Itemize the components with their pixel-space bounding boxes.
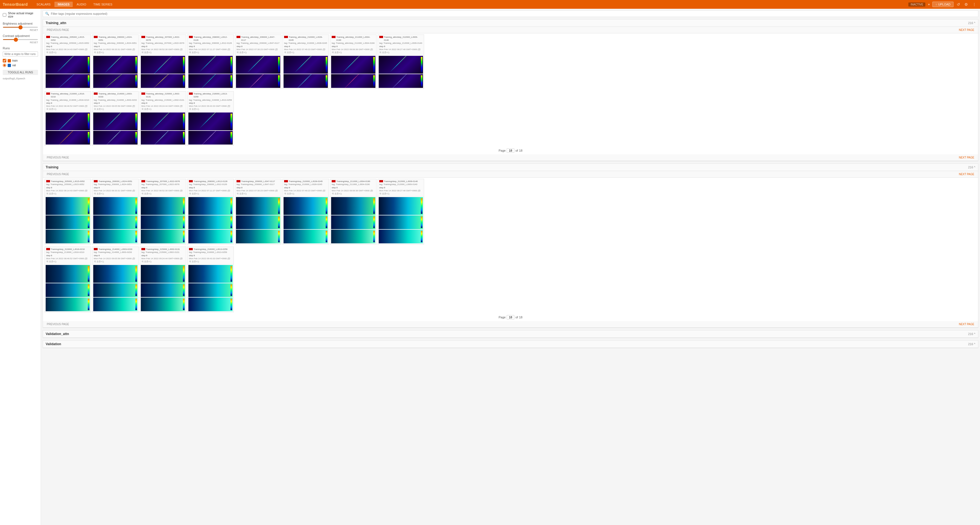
mel-img-bot-3[interactable]: [141, 215, 185, 229]
tab-audio[interactable]: AUDIO: [73, 2, 89, 7]
mel-img-bot-7[interactable]: [331, 215, 375, 229]
section-validation-header[interactable]: Validation 216 ^: [43, 340, 978, 348]
attn-img-top-12[interactable]: [188, 113, 233, 130]
attn-img-bot-7[interactable]: [331, 74, 375, 88]
mel-img-bot-11[interactable]: [141, 283, 185, 297]
mel-img-top-1[interactable]: [46, 197, 90, 215]
upload-button[interactable]: ↑ UPLOAD: [932, 2, 953, 7]
attn-img-bot-5[interactable]: [236, 74, 280, 88]
mel-img-third-1[interactable]: [46, 230, 90, 243]
refresh-icon[interactable]: ↺: [956, 2, 961, 7]
regex-filter-input[interactable]: [3, 51, 38, 57]
mel-img-top-2[interactable]: [93, 197, 138, 215]
attn-img-bot-2[interactable]: [93, 74, 138, 88]
more-icon[interactable]: ⋮: [971, 2, 977, 7]
card-attn-4-tag: tag: Training_attn/step_208000_LJ012-012…: [189, 41, 232, 45]
mel-img-bot-10[interactable]: [93, 283, 138, 297]
mel-img-third-12[interactable]: [188, 298, 233, 311]
attn-img-top-2[interactable]: [93, 56, 138, 73]
mel-img-bot-12[interactable]: [188, 283, 233, 297]
mel-img-third-8[interactable]: [379, 230, 423, 243]
training-attn-next-page-btn-bottom[interactable]: NEXT PAGE: [957, 155, 976, 160]
training-next-page-btn-top[interactable]: NEXT PAGE: [957, 172, 976, 176]
training-attn-page-input[interactable]: [507, 148, 514, 153]
attn-img-bot-12[interactable]: [188, 131, 233, 145]
attn-img-top-10[interactable]: [93, 113, 138, 130]
mel-img-top-11[interactable]: [141, 265, 185, 283]
card-mel-11-date: Mon Feb 14 2022 09:24:44 GMT+0900 (한국 표준…: [142, 257, 185, 263]
show-actual-size-checkbox[interactable]: [3, 13, 6, 17]
attn-img-bot-8[interactable]: [379, 74, 423, 88]
mel-img-bot-4[interactable]: [188, 215, 233, 229]
mel-img-third-11[interactable]: [141, 298, 185, 311]
mel-img-third-5[interactable]: [236, 230, 280, 243]
search-input[interactable]: [51, 12, 976, 15]
mel-img-third-2[interactable]: [93, 230, 138, 243]
section-training-header[interactable]: Training 216 ^: [43, 164, 978, 171]
mel-img-bot-9[interactable]: [46, 283, 90, 297]
training-prev-page-btn[interactable]: PREVIOUS PAGE: [45, 172, 71, 176]
image-card-mel-4-images: [188, 196, 234, 244]
tab-images[interactable]: IMAGES: [54, 2, 73, 7]
training-attn-prev-page-btn-bottom[interactable]: PREVIOUS PAGE: [45, 155, 71, 160]
settings-icon[interactable]: ⚙: [963, 2, 969, 7]
attn-img-bot-6[interactable]: [283, 74, 328, 88]
attn-img-bot-4[interactable]: [188, 74, 233, 88]
training-attn-next-page-btn-top[interactable]: NEXT PAGE: [957, 28, 976, 32]
attn-img-top-7[interactable]: [331, 56, 375, 73]
mel-img-top-4[interactable]: [188, 197, 233, 215]
attn-img-top-3[interactable]: [141, 56, 185, 73]
mel-color-scale-4: [231, 198, 232, 214]
chevron-down-icon[interactable]: ▼: [928, 3, 930, 6]
training-prev-page-btn-bottom[interactable]: PREVIOUS PAGE: [45, 322, 71, 326]
run-train-checkbox[interactable]: [3, 59, 6, 62]
mel-img-third-9[interactable]: [46, 298, 90, 311]
attn-img-bot-9[interactable]: [46, 131, 90, 145]
training-attn-prev-page-btn[interactable]: PREVIOUS PAGE: [45, 28, 71, 32]
attn-img-bot-11[interactable]: [141, 131, 185, 145]
attn-img-top-8[interactable]: [379, 56, 423, 73]
mel-img-bot-5[interactable]: [236, 215, 280, 229]
mel-img-third-4[interactable]: [188, 230, 233, 243]
mel-img-top-12[interactable]: [188, 265, 233, 283]
mel-img-top-9[interactable]: [46, 265, 90, 283]
mel-img-top-5[interactable]: [236, 197, 280, 215]
tab-time-series[interactable]: TIME SERIES: [90, 2, 116, 7]
image-card-mel-6-header: Training/step_210000_LJ028-0245 tag: Tra…: [283, 179, 329, 196]
brightness-slider[interactable]: [3, 27, 38, 28]
mel-img-top-10[interactable]: [93, 265, 138, 283]
tab-scalars[interactable]: SCALARS: [33, 2, 54, 7]
attn-img-top-9[interactable]: [46, 113, 90, 130]
mel-img-bot-1[interactable]: [46, 215, 90, 229]
section-training-attn-header[interactable]: Training_attn 216 ^: [43, 19, 978, 27]
mel-img-third-3[interactable]: [141, 230, 185, 243]
red-bar-1: [46, 36, 50, 38]
mel-img-bot-8[interactable]: [379, 215, 423, 229]
mel-img-bot-6[interactable]: [283, 215, 328, 229]
image-card-attn-8-header: Training_attn/step_212000_LJ009-0140 tag…: [378, 35, 424, 55]
section-validation-attn-header[interactable]: Validation_attn 216 ^: [43, 330, 978, 338]
mel-img-third-6[interactable]: [283, 230, 328, 243]
training-next-page-btn-bottom[interactable]: NEXT PAGE: [957, 322, 976, 326]
mel-img-top-6[interactable]: [283, 197, 328, 215]
mel-img-third-7[interactable]: [331, 230, 375, 243]
mel-img-top-8[interactable]: [379, 197, 423, 215]
attn-img-top-11[interactable]: [141, 113, 185, 130]
card-attn-8-title: Training_attn/step_212000_LJ009-0140: [384, 35, 422, 41]
training-page-input[interactable]: [507, 315, 514, 319]
run-val-radio[interactable]: [3, 64, 6, 67]
mel-color-scale-8: [421, 198, 422, 214]
mel-img-bot-2[interactable]: [93, 215, 138, 229]
mel-img-third-10[interactable]: [93, 298, 138, 311]
attn-img-top-6[interactable]: [283, 56, 328, 73]
mel-img-top-3[interactable]: [141, 197, 185, 215]
contrast-slider[interactable]: [3, 39, 38, 40]
attn-img-bot-1[interactable]: [46, 74, 90, 88]
mel-img-top-7[interactable]: [331, 197, 375, 215]
toggle-all-runs-button[interactable]: TOGGLE ALL RUNS: [3, 70, 38, 75]
attn-img-bot-3[interactable]: [141, 74, 185, 88]
attn-img-bot-10[interactable]: [93, 131, 138, 145]
attn-img-top-1[interactable]: [46, 56, 90, 73]
attn-img-top-4[interactable]: [188, 56, 233, 73]
attn-img-top-5[interactable]: [236, 56, 280, 73]
